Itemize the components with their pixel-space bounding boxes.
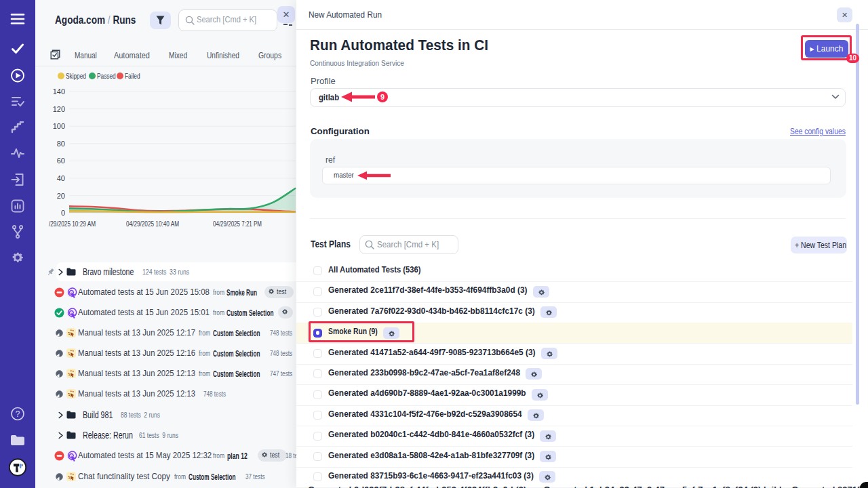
svg-text:9: 9 [380, 93, 384, 101]
svg-text:?: ? [16, 409, 20, 419]
